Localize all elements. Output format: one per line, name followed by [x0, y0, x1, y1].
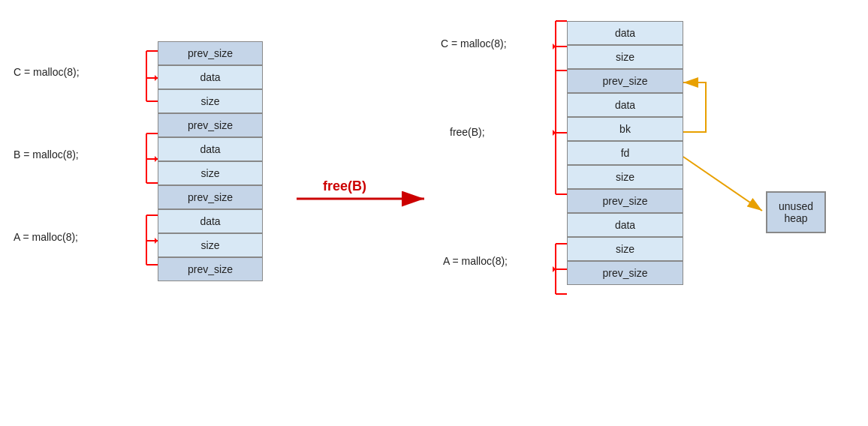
left-cell-b-size: size [158, 161, 263, 185]
right-cell-b-data: data [567, 93, 683, 117]
left-cell-a-data: data [158, 209, 263, 233]
right-cell-b-size: size [567, 165, 683, 189]
left-cell-c-size: size [158, 89, 263, 113]
label-left-B: B = malloc(8); [14, 148, 79, 160]
svg-line-34 [683, 157, 762, 211]
left-cell-base-prevsize: prev_size [158, 257, 263, 281]
left-cell-a-prevsize: prev_size [158, 185, 263, 209]
left-cell-c-data: data [158, 65, 263, 89]
diagram-container: prev_size data size prev_size data size … [0, 0, 868, 426]
right-cell-a-prevsize: prev_size [567, 189, 683, 213]
right-cell-c-size: size [567, 45, 683, 69]
right-cell-b-fd: fd [567, 141, 683, 165]
svg-marker-25 [553, 130, 556, 136]
left-cell-a-size: size [158, 233, 263, 257]
right-cell-c-data: data [567, 21, 683, 45]
left-cell-c-prevsize: prev_size [158, 41, 263, 65]
right-cell-b-prevsize: prev_size [567, 69, 683, 93]
left-cell-b-data: data [158, 137, 263, 161]
left-memory-block: prev_size data size prev_size data size … [158, 41, 263, 281]
right-cell-a-data: data [567, 213, 683, 237]
free-b-label: free(B) [323, 178, 366, 194]
arrows-svg [0, 0, 868, 426]
right-cell-b-bk: bk [567, 117, 683, 141]
right-cell-base-prevsize: prev_size [567, 261, 683, 285]
left-cell-b-prevsize: prev_size [158, 113, 263, 137]
label-right-freeB: free(B); [450, 126, 485, 138]
label-right-A: A = malloc(8); [443, 255, 508, 267]
label-right-C: C = malloc(8); [441, 38, 507, 50]
svg-marker-30 [553, 266, 556, 272]
right-memory-block: data size prev_size data bk fd size prev… [567, 21, 683, 285]
unused-heap-box: unusedheap [766, 191, 826, 233]
label-left-A: A = malloc(8); [14, 231, 78, 243]
right-cell-a-size: size [567, 237, 683, 261]
label-left-C: C = malloc(8); [14, 66, 80, 78]
svg-marker-20 [553, 44, 556, 50]
